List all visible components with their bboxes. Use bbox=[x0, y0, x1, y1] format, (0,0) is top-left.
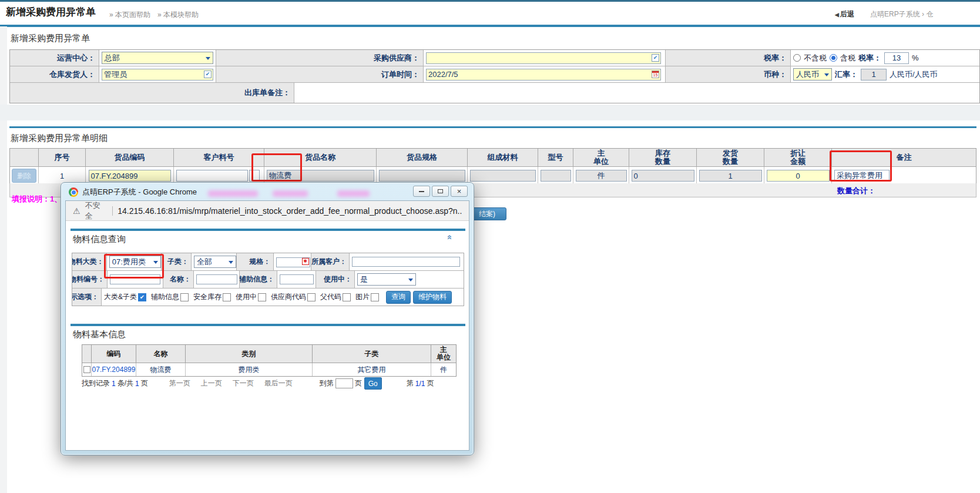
customer-input[interactable] bbox=[352, 257, 460, 267]
customer-no-header: 客户料号 bbox=[204, 153, 234, 162]
aux-info-input[interactable] bbox=[280, 274, 314, 284]
chevron-down-icon bbox=[229, 261, 233, 266]
option-checkbox-supplier-code[interactable] bbox=[307, 293, 316, 301]
tax-included-radio[interactable] bbox=[830, 54, 837, 62]
option-checkbox-in-use[interactable] bbox=[258, 293, 266, 301]
collapse-icon[interactable]: « bbox=[445, 235, 455, 240]
row-customer-no-input[interactable] bbox=[176, 170, 248, 182]
result-row-subcategory: 其它费用 bbox=[313, 363, 431, 376]
operation-center-value: 总部 bbox=[105, 53, 120, 63]
discount-header: 金额 bbox=[790, 157, 806, 166]
row-code-input[interactable] bbox=[89, 170, 171, 182]
subcategory-select[interactable]: 全部 bbox=[194, 256, 236, 268]
chevron-down-icon bbox=[206, 57, 210, 62]
material-name-input[interactable] bbox=[196, 274, 237, 284]
model-header: 型号 bbox=[548, 153, 563, 162]
minimize-button[interactable] bbox=[413, 186, 430, 197]
maximize-icon bbox=[438, 189, 443, 193]
operation-center-select[interactable]: 总部 bbox=[102, 52, 213, 64]
erp-page: 新增采购费用异常单 » 本页面帮助 » 本模块帮助 ◀ 后退 点晴ERP子系统 … bbox=[0, 0, 980, 493]
material-query-form: 物料大类： 07:费用类 子类： 全部 bbox=[72, 253, 464, 306]
option-checkbox-safety-stock[interactable] bbox=[223, 293, 231, 301]
option-checkbox-parent-code[interactable] bbox=[343, 293, 351, 301]
minimize-icon bbox=[419, 191, 424, 192]
calendar-icon[interactable] bbox=[652, 71, 659, 78]
material-result-table: 编码 名称 类别 子类 主单位 07.FY.204899 物流费 费用类 其它费… bbox=[82, 344, 457, 377]
shipper-picker-icon[interactable]: ✔ bbox=[204, 71, 212, 78]
row-discount-input[interactable] bbox=[767, 170, 830, 182]
row-seq: 1 bbox=[60, 172, 64, 180]
outbound-remark-area[interactable] bbox=[294, 83, 979, 103]
exchange-rate-input bbox=[861, 69, 887, 81]
goto-page-input[interactable] bbox=[335, 378, 353, 388]
first-page-link[interactable]: 第一页 bbox=[169, 378, 190, 388]
row-remark-input[interactable] bbox=[834, 170, 890, 182]
result-row-code[interactable]: 07.FY.204899 bbox=[92, 363, 136, 376]
shipper-input[interactable] bbox=[102, 69, 213, 81]
back-label: 后退 bbox=[840, 9, 854, 19]
currency-label: 币种： bbox=[666, 66, 791, 82]
popup-content: 物料信息查询 « 物料大类： 07:费用类 子类： bbox=[66, 221, 469, 450]
result-subcategory-header: 子类 bbox=[365, 350, 379, 358]
maximize-button[interactable] bbox=[432, 186, 449, 197]
detail-header-row: 序号 货品编码 客户料号 货品名称 货品规格 组成材料 型号 主单位 库存数量 … bbox=[10, 149, 976, 167]
tax-included-label: 含税 bbox=[840, 53, 855, 63]
category-select[interactable]: 07:费用类 bbox=[109, 256, 161, 268]
delete-row-button[interactable]: 删除 bbox=[12, 169, 36, 183]
spec-special-char-icon[interactable]: ✱ bbox=[302, 258, 309, 265]
seq-header: 序号 bbox=[55, 153, 70, 162]
maintain-material-button[interactable]: 维护物料 bbox=[413, 291, 452, 304]
option-checkbox-category[interactable] bbox=[138, 293, 146, 301]
last-page-link[interactable]: 最后一页 bbox=[264, 378, 293, 388]
in-use-value: 是 bbox=[360, 274, 368, 285]
result-row-name: 物流费 bbox=[136, 363, 186, 376]
currency-select[interactable]: 人民币 bbox=[793, 68, 832, 81]
result-header-row: 编码 名称 类别 子类 主单位 bbox=[82, 345, 456, 363]
order-time-input[interactable] bbox=[426, 69, 661, 81]
section-gap-band bbox=[0, 105, 980, 120]
tax-rate-input[interactable] bbox=[884, 52, 909, 64]
option-checkbox-aux[interactable] bbox=[180, 293, 189, 301]
page-count: 1 bbox=[135, 380, 139, 388]
page-help-link[interactable]: » 本页面帮助 bbox=[109, 10, 150, 20]
help-links: » 本页面帮助 » 本模块帮助 bbox=[109, 10, 199, 20]
row-select-checkbox[interactable] bbox=[83, 366, 90, 373]
module-help-link[interactable]: » 本模块帮助 bbox=[157, 10, 199, 20]
row-customer-no-aux-input[interactable] bbox=[249, 170, 260, 182]
address-bar[interactable]: ⚠ 不安全 14.215.46.16:81/mis/mrp/materiel_i… bbox=[66, 201, 469, 221]
order-header-form: 运营中心： 总部 采购供应商： ✔ 税率： 不含税 含税 税率： bbox=[9, 49, 980, 103]
search-button[interactable]: 查询 bbox=[386, 291, 411, 304]
supplier-input[interactable] bbox=[426, 52, 661, 64]
spec-label: 规格： bbox=[237, 253, 274, 270]
back-button[interactable]: ◀ 后退 bbox=[835, 9, 854, 19]
close-button[interactable]: × bbox=[451, 186, 468, 197]
aux-info-label: 辅助信息： bbox=[240, 271, 277, 288]
page-info: 1/1 bbox=[415, 380, 425, 388]
glass-smudge bbox=[208, 190, 258, 197]
left-gutter bbox=[0, 26, 7, 493]
next-page-link[interactable]: 下一页 bbox=[233, 378, 254, 388]
in-use-select[interactable]: 是 bbox=[357, 273, 416, 286]
option-checkbox-image[interactable] bbox=[371, 293, 379, 301]
remark-header: 备注 bbox=[897, 153, 912, 162]
top-accent-strip bbox=[0, 0, 980, 2]
tax-excluded-label: 不含税 bbox=[804, 53, 827, 63]
result-code-header: 编码 bbox=[107, 350, 121, 358]
window-titlebar[interactable]: 点晴ERP子系统 - Google Chrome × bbox=[61, 183, 474, 200]
page-title: 新增采购费用异常单 bbox=[6, 5, 96, 19]
supplier-picker-icon[interactable]: ✔ bbox=[652, 54, 659, 62]
section-divider-line bbox=[0, 25, 980, 27]
chrome-logo-icon bbox=[69, 187, 78, 197]
row-unit-input bbox=[576, 170, 627, 182]
category-label: 物料大类： bbox=[72, 253, 107, 270]
subcategory-label: 子类： bbox=[162, 253, 192, 270]
spec-header: 货品规格 bbox=[407, 153, 437, 162]
quantity-total-label: 数量合计： bbox=[837, 186, 875, 196]
supplier-label: 采购供应商： bbox=[216, 50, 424, 66]
prev-page-link[interactable]: 上一页 bbox=[201, 378, 222, 388]
material-code-input[interactable] bbox=[110, 274, 160, 284]
go-button[interactable]: Go bbox=[364, 377, 382, 390]
tax-excluded-radio[interactable] bbox=[793, 54, 801, 62]
percent-sign: % bbox=[912, 53, 919, 62]
ship-qty-header: 数量 bbox=[723, 157, 738, 166]
